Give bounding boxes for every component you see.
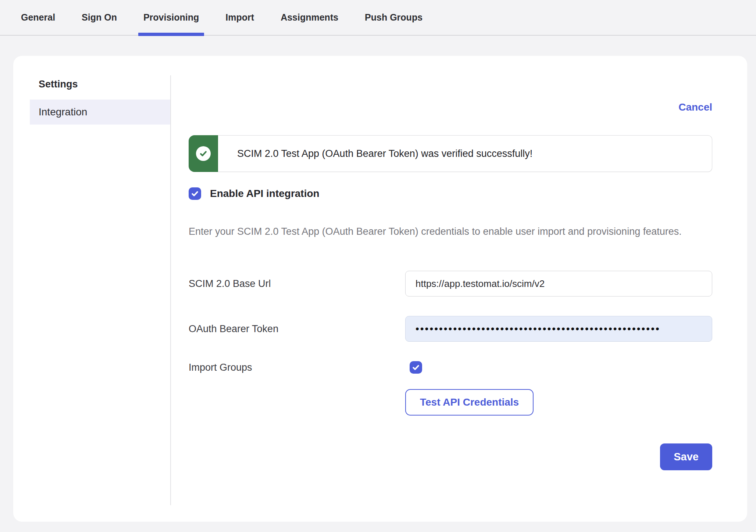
tab-import[interactable]: Import xyxy=(225,0,254,35)
import-groups-cell xyxy=(405,361,712,374)
success-banner: SCIM 2.0 Test App (OAuth Bearer Token) w… xyxy=(189,135,712,172)
tab-assignments[interactable]: Assignments xyxy=(281,0,338,35)
save-row: Save xyxy=(189,443,712,470)
enable-api-checkbox[interactable] xyxy=(189,187,201,200)
tab-push-groups[interactable]: Push Groups xyxy=(365,0,422,35)
app-tab-bar: General Sign On Provisioning Import Assi… xyxy=(0,0,756,36)
sidebar-heading: Settings xyxy=(39,79,170,90)
test-button-row: Test API Credentials xyxy=(189,389,712,416)
import-groups-checkbox[interactable] xyxy=(410,361,422,374)
enable-api-row: Enable API integration xyxy=(189,187,712,200)
sidebar-item-label: Integration xyxy=(39,106,87,118)
base-url-label: SCIM 2.0 Base Url xyxy=(189,278,405,290)
provisioning-card: Settings Integration Cancel SCIM 2.0 Tes… xyxy=(13,56,747,522)
check-circle-icon xyxy=(196,146,211,161)
base-url-input[interactable] xyxy=(405,271,712,296)
success-banner-message: SCIM 2.0 Test App (OAuth Bearer Token) w… xyxy=(237,148,532,159)
check-icon xyxy=(191,190,199,198)
sidebar-item-integration[interactable]: Integration xyxy=(30,100,170,125)
import-groups-label: Import Groups xyxy=(189,362,405,373)
credentials-description: Enter your SCIM 2.0 Test App (OAuth Bear… xyxy=(189,223,703,241)
integration-settings-panel: Cancel SCIM 2.0 Test App (OAuth Bearer T… xyxy=(189,56,712,470)
success-banner-body: SCIM 2.0 Test App (OAuth Bearer Token) w… xyxy=(218,135,712,172)
enable-api-label: Enable API integration xyxy=(210,188,320,200)
cancel-link[interactable]: Cancel xyxy=(678,101,712,113)
credentials-form: SCIM 2.0 Base Url OAuth Bearer Token Imp… xyxy=(189,271,712,374)
token-input[interactable] xyxy=(405,316,712,342)
token-label: OAuth Bearer Token xyxy=(189,323,405,335)
settings-sidebar: Settings Integration xyxy=(13,56,170,522)
success-banner-icon-block xyxy=(189,135,218,172)
test-api-credentials-button[interactable]: Test API Credentials xyxy=(405,389,534,416)
sidebar-divider xyxy=(170,75,171,505)
save-button[interactable]: Save xyxy=(660,443,712,470)
tab-general[interactable]: General xyxy=(21,0,55,35)
tab-sign-on[interactable]: Sign On xyxy=(82,0,117,35)
tab-provisioning[interactable]: Provisioning xyxy=(143,0,199,35)
cancel-row: Cancel xyxy=(189,101,712,113)
check-icon xyxy=(412,363,420,371)
